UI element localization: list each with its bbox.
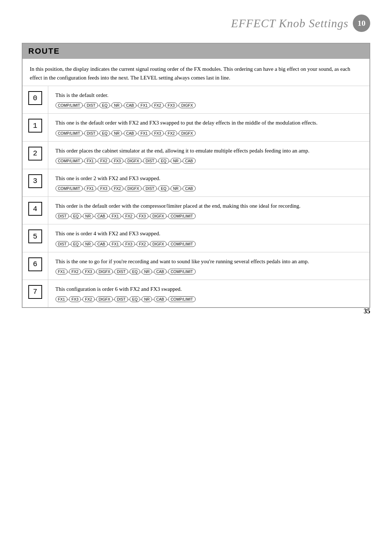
signal-pill: EQ — [99, 130, 110, 136]
signal-pill: COMP/LIMIT — [168, 213, 195, 219]
route-header-text: ROUTE — [28, 46, 60, 56]
signal-pill: DIST — [143, 186, 157, 191]
signal-pill: FX2 — [98, 158, 110, 164]
signal-pill: NR — [142, 269, 152, 274]
signal-pill: FX2 — [152, 102, 164, 108]
route-intro: In this position, the display indicates … — [23, 59, 369, 86]
signal-pill: FX2 — [111, 186, 123, 191]
signal-pill: NR — [171, 186, 181, 191]
signal-pill: COMP/LIMIT — [56, 130, 83, 136]
route-section-header: ROUTE — [23, 44, 369, 59]
signal-pill: NR — [83, 241, 93, 247]
route-description: This configuration is order 6 with FX2 a… — [56, 285, 363, 293]
route-icon-cell: 3 — [23, 169, 48, 196]
signal-chain: FX1–FX2–FX3–DIGFX–DIST–EQ–NR–CAB–COMP/LI… — [56, 269, 363, 274]
route-icon-1: 1 — [28, 119, 42, 133]
signal-pill: CAB — [154, 296, 167, 302]
route-icon-cell: 6 — [23, 252, 48, 280]
route-content-cell: This one is order 4 with FX2 and FX3 swa… — [48, 224, 369, 252]
signal-chain: COMP/LIMIT–FX1–FX2–FX3–DIGFX–DIST–EQ–NR–… — [56, 158, 363, 164]
signal-pill: EQ — [130, 269, 140, 274]
signal-pill: EQ — [158, 186, 169, 191]
signal-pill: COMP/LIMIT — [168, 269, 195, 274]
signal-pill: CAB — [124, 130, 137, 136]
route-icon-2: 2 — [28, 147, 42, 160]
signal-pill: DIST — [84, 102, 98, 108]
signal-chain: COMP/LIMIT–DIST–EQ–NR–CAB–FX1–FX2–FX3–DI… — [56, 102, 363, 108]
signal-pill: FX1 — [56, 296, 68, 302]
page-title: EFFECT Knob Settings — [231, 17, 348, 30]
signal-pill: FX1 — [84, 158, 96, 164]
signal-pill: FX3 — [123, 241, 135, 247]
signal-pill: COMP/LIMIT — [56, 102, 83, 108]
route-icon-0: 0 — [28, 91, 42, 105]
signal-pill: FX2 — [123, 213, 135, 219]
signal-pill: DIGFX — [96, 269, 113, 274]
signal-pill: CAB — [183, 186, 196, 191]
signal-pill: FX3 — [82, 269, 94, 274]
signal-pill: FX2 — [165, 130, 177, 136]
signal-chain: COMP/LIMIT–DIST–EQ–NR–CAB–FX1–FX3–FX2–DI… — [56, 130, 363, 136]
signal-pill: DIST — [114, 269, 128, 274]
signal-pill: DIGFX — [150, 241, 167, 247]
route-icon-cell: 2 — [23, 141, 48, 169]
signal-pill: CAB — [95, 241, 108, 247]
signal-pill: COMP/LIMIT — [168, 296, 195, 302]
route-content-cell: This one is order 2 with FX2 and FX3 swa… — [48, 169, 369, 196]
route-content-cell: This is the default order.COMP/LIMIT–DIS… — [48, 86, 369, 114]
route-content-cell: This order is the default order with the… — [48, 197, 369, 224]
route-description: This order places the cabinet simulator … — [56, 147, 363, 155]
signal-pill: CAB — [154, 269, 167, 274]
signal-pill: DIST — [84, 130, 98, 136]
signal-pill: FX1 — [138, 130, 150, 136]
route-description: This one is order 2 with FX2 and FX3 swa… — [56, 174, 363, 183]
signal-pill: DIGFX — [179, 130, 195, 136]
table-row: 1This one is the default order with FX2 … — [23, 114, 369, 141]
table-row: 6This is the one to go for if you're rec… — [23, 252, 369, 280]
signal-chain: DIST–EQ–NR–CAB–FX1–FX3–FX2–DIGFX–COMP/LI… — [56, 241, 363, 247]
route-content-cell: This configuration is order 6 with FX2 a… — [48, 280, 369, 307]
signal-pill: DIGFX — [125, 186, 142, 191]
route-icon-cell: 4 — [23, 197, 48, 224]
table-row: 5This one is order 4 with FX2 and FX3 sw… — [23, 224, 369, 252]
signal-pill: FX3 — [98, 186, 110, 191]
route-icon-cell: 5 — [23, 224, 48, 252]
route-table: 0This is the default order.COMP/LIMIT–DI… — [23, 86, 369, 307]
signal-pill: FX1 — [56, 269, 68, 274]
signal-pill: CAB — [183, 158, 196, 164]
signal-pill: FX1 — [109, 213, 121, 219]
route-icon-4: 4 — [28, 202, 42, 216]
signal-pill: COMP/LIMIT — [56, 186, 83, 191]
page-header: EFFECT Knob Settings 10 — [22, 15, 370, 32]
signal-pill: FX2 — [82, 296, 94, 302]
route-content-cell: This order places the cabinet simulator … — [48, 141, 369, 169]
signal-pill: FX3 — [111, 158, 123, 164]
signal-pill: DIGFX — [125, 158, 142, 164]
signal-pill: EQ — [71, 241, 81, 247]
signal-pill: DIGFX — [150, 213, 167, 219]
route-description: This order is the default order with the… — [56, 202, 363, 210]
signal-pill: NR — [83, 213, 93, 219]
route-icon-7: 7 — [28, 285, 42, 299]
signal-pill: FX3 — [136, 213, 148, 219]
signal-pill: FX1 — [109, 241, 121, 247]
signal-pill: FX2 — [136, 241, 148, 247]
page-container: EFFECT Knob Settings 10 ROUTE In this po… — [0, 0, 392, 330]
signal-pill: FX2 — [69, 269, 81, 274]
signal-chain: FX1–FX3–FX2–DIGFX–DIST–EQ–NR–CAB–COMP/LI… — [56, 296, 363, 302]
signal-pill: COMP/LIMIT — [56, 158, 83, 164]
route-description: This is the default order. — [56, 91, 363, 99]
signal-pill: DIGFX — [96, 296, 113, 302]
route-icon-cell: 0 — [23, 86, 48, 114]
signal-pill: FX1 — [84, 186, 96, 191]
table-row: 7This configuration is order 6 with FX2 … — [23, 280, 369, 307]
signal-pill: DIST — [56, 213, 69, 219]
signal-pill: NR — [142, 296, 152, 302]
table-row: 0This is the default order.COMP/LIMIT–DI… — [23, 86, 369, 114]
table-row: 3This one is order 2 with FX2 and FX3 sw… — [23, 169, 369, 196]
signal-pill: DIST — [56, 241, 69, 247]
page-number-badge: 10 — [353, 15, 370, 32]
signal-pill: COMP/LIMIT — [168, 241, 195, 247]
route-content-cell: This is the one to go for if you're reco… — [48, 252, 369, 280]
signal-pill: EQ — [71, 213, 81, 219]
